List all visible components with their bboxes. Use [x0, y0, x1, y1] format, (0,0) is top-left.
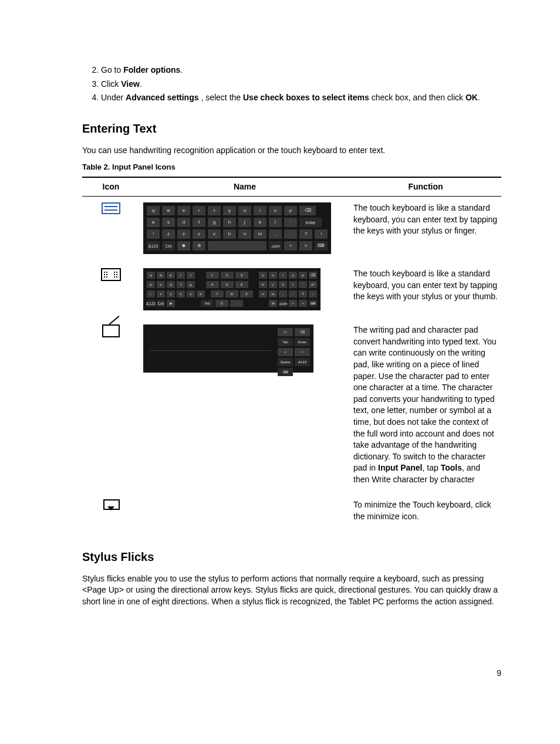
stylus-flicks-para: Stylus flicks enable you to use the styl… — [82, 573, 501, 608]
key: x — [177, 229, 190, 239]
touch-keyboard-graphic: qwertyuiop⌫ asdfghjkl'Enter ↑zxcvbnm,.?↑… — [143, 202, 331, 254]
key: k — [279, 281, 287, 288]
text: Under — [101, 93, 126, 102]
key: 7 — [211, 290, 224, 297]
key: ☻ — [167, 300, 175, 307]
key: Enter — [299, 218, 322, 227]
key: > — [299, 300, 307, 307]
key: &123 — [295, 358, 310, 366]
page-number: 9 — [497, 668, 501, 679]
text: check box, and then click — [369, 93, 465, 102]
key: t — [187, 272, 195, 279]
key: f — [177, 281, 185, 288]
key: w — [157, 272, 165, 279]
split-keyboard-icon — [101, 268, 121, 281]
key: 0 — [215, 300, 228, 307]
key: &123 — [147, 241, 160, 251]
key: . — [289, 290, 297, 297]
page: Go to Folder options. Click View. Under … — [0, 0, 560, 744]
text: , select the — [199, 93, 243, 102]
key: b — [197, 290, 205, 297]
key: e — [167, 272, 175, 279]
function-text: To minimize the Touch keyboard, click th… — [350, 493, 501, 530]
key: 9 — [240, 290, 253, 297]
step-2: Go to Folder options. — [101, 65, 501, 76]
writing-pad-graphic: ▭⌫TabEnter<>Space&123⌨ — [143, 324, 313, 373]
table-row: qwertyuiop⌫ asdfghjkl'Enter ↑zxcvbnm,.?↑… — [82, 197, 501, 263]
th-name: Name — [140, 177, 350, 197]
th-function: Function — [350, 177, 501, 197]
key: Ctrl — [162, 241, 175, 251]
key: > — [299, 241, 312, 251]
key: Tab — [278, 338, 293, 346]
key: h — [223, 218, 236, 227]
text: . — [478, 93, 480, 102]
key: g — [208, 218, 221, 227]
split-keyboard-graphic: qwert 123 yuiop⌫ asdfg 456 hjkl'eⁿ ↑zxcv… — [143, 268, 321, 310]
key: s — [157, 281, 165, 288]
key: m — [254, 229, 266, 239]
key: ⌨ — [278, 368, 293, 376]
key: < — [284, 241, 297, 251]
key: ' — [284, 218, 297, 227]
heading-stylus-flicks: Stylus Flicks — [82, 549, 501, 565]
key: ↑ — [147, 229, 160, 239]
key: o — [289, 272, 297, 279]
key: Ctrl — [157, 300, 165, 307]
key: . — [230, 300, 243, 307]
key: j — [269, 281, 277, 288]
input-panel-icons-table: Icon Name Function qwertyuiop⌫ asdfghjkl… — [82, 177, 501, 531]
key: g — [187, 281, 195, 288]
key: < — [289, 300, 297, 307]
key: c — [193, 229, 205, 239]
key: z — [162, 229, 175, 239]
key: &123 — [147, 300, 155, 307]
key: ? — [299, 290, 307, 297]
bold: Advanced settings — [126, 93, 198, 102]
key: y — [223, 206, 236, 215]
key: d — [177, 218, 190, 227]
key: ⊕ — [269, 300, 277, 307]
text: The writing pad and character pad conver… — [353, 325, 497, 472]
minimize-icon — [103, 499, 119, 522]
bold: Use check boxes to select items — [243, 93, 369, 102]
key: ' — [299, 281, 307, 288]
key: ⌫ — [309, 272, 317, 279]
key: a — [147, 281, 155, 288]
key: m — [269, 290, 277, 297]
step-3: Click View. — [101, 79, 501, 90]
text: . — [140, 79, 142, 89]
key: q — [147, 206, 160, 215]
key: s — [162, 218, 175, 227]
key: d — [167, 281, 175, 288]
key: ⌨ — [309, 300, 317, 307]
key: .com — [279, 300, 287, 307]
key: ↑ — [315, 229, 328, 239]
heading-entering-text: Entering Text — [82, 120, 501, 137]
key: p — [299, 272, 307, 279]
key: 5 — [221, 281, 234, 288]
key: 8 — [225, 290, 238, 297]
key: a — [147, 218, 160, 227]
function-text: The writing pad and character pad conver… — [350, 319, 501, 493]
key: r — [193, 206, 205, 215]
keyboard-icon — [102, 202, 120, 214]
key: 3 — [235, 272, 248, 279]
key: v — [208, 229, 221, 239]
key: ⌨ — [315, 241, 328, 251]
steps-list: Go to Folder options. Click View. Under … — [82, 65, 501, 104]
key: t — [208, 206, 221, 215]
table-row: qwert 123 yuiop⌫ asdfg 456 hjkl'eⁿ ↑zxcv… — [82, 262, 501, 319]
key: v — [187, 290, 195, 297]
function-text: The touch keyboard is like a standard ke… — [350, 197, 501, 263]
key: j — [238, 218, 251, 227]
key: n — [238, 229, 251, 239]
table-row: ▭⌫TabEnter<>Space&123⌨ The writing pad a… — [82, 319, 501, 493]
bold: Folder options — [123, 65, 180, 75]
text: Click — [101, 79, 121, 89]
key: h — [259, 281, 267, 288]
key: Enter — [295, 338, 310, 346]
key: i — [254, 206, 266, 215]
key: f — [193, 218, 205, 227]
key: .com — [269, 241, 282, 251]
